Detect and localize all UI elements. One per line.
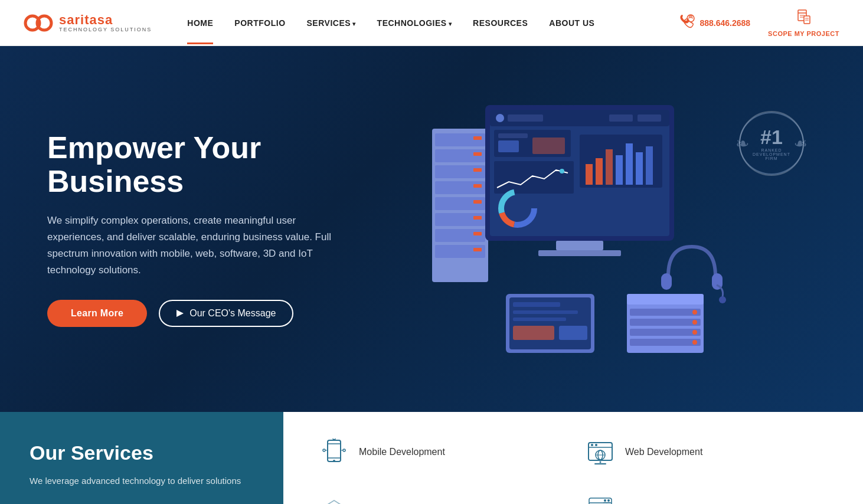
badge-number: #1 (760, 127, 783, 147)
web-icon (585, 437, 616, 467)
svg-rect-25 (473, 232, 482, 235)
svg-point-30 (496, 114, 504, 122)
svg-rect-56 (513, 310, 578, 314)
learn-more-button[interactable]: Learn More (47, 300, 147, 327)
phone-icon (679, 14, 695, 32)
svg-point-87 (600, 462, 602, 463)
service-web-label: Web Development (625, 447, 702, 457)
scope-label: SCOPE MY PROJECT (768, 30, 839, 37)
hero-buttons: Learn More Our CEO's Message (47, 300, 401, 327)
svg-point-103 (604, 499, 606, 502)
svg-rect-42 (494, 161, 574, 194)
hero-content: Empower Your Business We simplify comple… (47, 131, 401, 328)
svg-rect-33 (638, 114, 661, 122)
logo-subtitle: TECHNOLOGY SOLUTIONS (59, 27, 152, 32)
svg-rect-24 (473, 216, 482, 220)
svg-rect-48 (498, 133, 528, 138)
svg-rect-39 (626, 143, 633, 185)
svg-rect-19 (473, 136, 482, 140)
phone-number: 888.646.2688 (699, 18, 750, 28)
play-icon (176, 310, 184, 317)
svg-rect-23 (473, 200, 482, 204)
svg-rect-49 (498, 140, 519, 152)
service-custom[interactable]: Custom Development (585, 486, 828, 504)
phone-area[interactable]: 888.646.2688 (679, 14, 750, 32)
services-section: Our Services We leverage advanced techno… (0, 412, 863, 504)
nav-about-us[interactable]: ABOUT US (549, 18, 594, 28)
svg-point-72 (719, 296, 726, 303)
logo[interactable]: saritasa TECHNOLOGY SOLUTIONS (24, 8, 152, 38)
svg-rect-59 (559, 326, 587, 340)
nav-portfolio[interactable]: PORTFOLIO (234, 18, 285, 28)
svg-rect-55 (513, 302, 560, 307)
svg-rect-61 (627, 294, 704, 305)
svg-rect-52 (538, 250, 621, 256)
svg-point-69 (692, 340, 697, 345)
svg-rect-70 (661, 273, 672, 290)
svg-rect-58 (513, 326, 554, 340)
svg-rect-65 (630, 339, 701, 346)
nav-technologies[interactable]: TECHNOLOGIES▾ (377, 18, 452, 28)
svg-point-85 (591, 444, 593, 446)
svg-point-79 (333, 438, 335, 440)
svg-point-104 (607, 499, 610, 502)
nav-services[interactable]: SERVICES▾ (307, 18, 356, 28)
arvr-icon (319, 493, 349, 504)
nav-home[interactable]: HOME (187, 18, 213, 28)
service-arvr[interactable]: AR/VR Development (319, 486, 561, 504)
svg-rect-88 (594, 463, 606, 464)
nav-resources[interactable]: RESOURCES (473, 18, 528, 28)
service-mobile-label: Mobile Development (359, 447, 445, 457)
svg-rect-51 (556, 241, 603, 250)
svg-rect-32 (609, 114, 633, 122)
scope-icon (796, 9, 812, 29)
svg-point-76 (333, 460, 335, 462)
svg-point-86 (595, 444, 597, 446)
svg-point-78 (343, 449, 345, 451)
svg-rect-36 (596, 158, 603, 185)
svg-point-66 (692, 310, 697, 315)
services-description: We leverage advanced technology to deliv… (30, 474, 254, 488)
svg-rect-50 (532, 138, 565, 154)
svg-rect-62 (630, 309, 701, 316)
header-right: 888.646.2688 SCOPE MY PROJECT (679, 9, 839, 37)
svg-rect-31 (508, 114, 543, 122)
hero-description: We simplify complex operations, create m… (47, 212, 354, 279)
svg-rect-21 (473, 168, 482, 172)
hero-title: Empower Your Business (47, 131, 401, 198)
svg-rect-37 (606, 149, 613, 185)
svg-point-43 (560, 169, 564, 174)
custom-icon (585, 493, 616, 504)
svg-rect-63 (630, 319, 701, 326)
svg-rect-40 (636, 152, 643, 185)
svg-rect-64 (630, 329, 701, 336)
svg-rect-41 (646, 146, 653, 185)
hero-section: Empower Your Business We simplify comple… (0, 46, 863, 412)
svg-rect-35 (586, 164, 593, 185)
svg-rect-38 (616, 155, 623, 185)
ranked-badge: ❧ ❧ #1 RANKED DEVELOPMENT FIRM (739, 111, 804, 176)
svg-point-67 (692, 320, 697, 325)
service-web[interactable]: Web Development (585, 430, 828, 474)
scope-project-button[interactable]: SCOPE MY PROJECT (768, 9, 839, 37)
service-mobile[interactable]: Mobile Development (319, 430, 561, 474)
svg-rect-22 (473, 184, 482, 188)
services-title: Our Services (30, 441, 254, 464)
svg-rect-26 (473, 248, 482, 251)
svg-rect-57 (513, 318, 566, 321)
svg-point-77 (323, 449, 325, 451)
ceo-message-button[interactable]: Our CEO's Message (159, 300, 293, 327)
svg-rect-20 (473, 152, 482, 156)
services-grid: Mobile Development Web Development (283, 412, 863, 504)
hero-illustration (414, 93, 745, 377)
mobile-icon (319, 437, 349, 467)
services-left-panel: Our Services We leverage advanced techno… (0, 412, 283, 504)
logo-name: saritasa (59, 14, 152, 27)
main-nav: HOME PORTFOLIO SERVICES▾ TECHNOLOGIES▾ R… (187, 18, 679, 28)
svg-point-68 (692, 330, 697, 335)
header: saritasa TECHNOLOGY SOLUTIONS HOME PORTF… (0, 0, 863, 46)
